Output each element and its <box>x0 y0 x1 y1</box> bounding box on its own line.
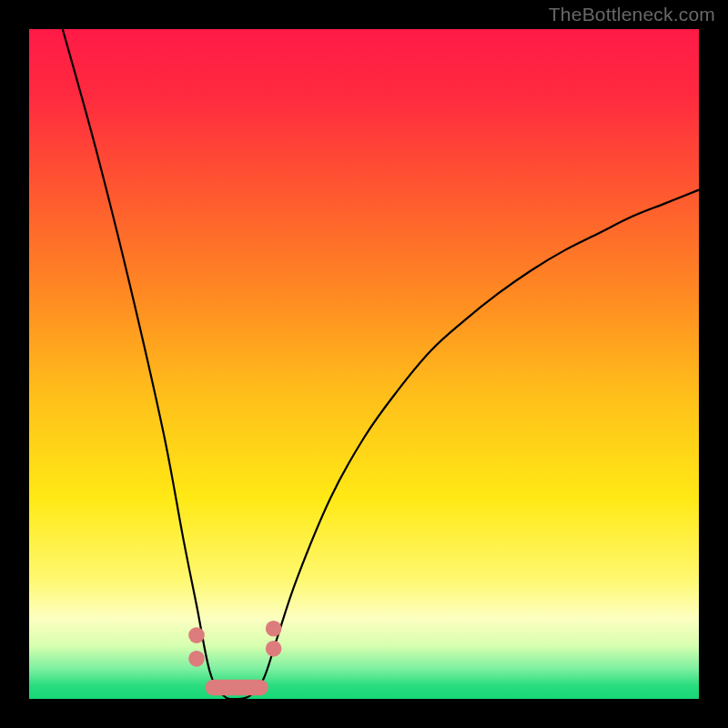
marker-dot <box>188 651 205 667</box>
marker-dot <box>266 641 282 657</box>
marker-dot <box>266 621 282 637</box>
plot-curves <box>29 29 699 699</box>
bottleneck-curve <box>63 29 699 699</box>
plot-area <box>29 29 699 699</box>
chart-stage: TheBottleneck.com <box>0 0 728 728</box>
marker-group <box>188 621 281 688</box>
watermark-text: TheBottleneck.com <box>549 4 715 25</box>
marker-dot <box>188 627 205 643</box>
